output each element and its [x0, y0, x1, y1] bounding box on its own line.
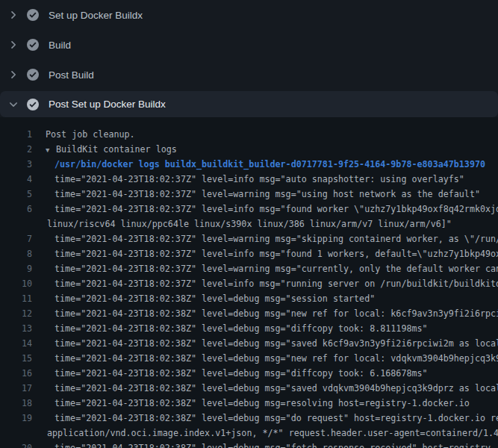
line-number[interactable]: 20 — [0, 441, 32, 448]
step-label: Post Build — [49, 69, 94, 81]
log-line: 1Post job cleanup. — [0, 127, 498, 142]
log-line: 13time="2021-04-23T18:02:38Z" level=debu… — [0, 321, 498, 336]
log-text-content: time="2021-04-23T18:02:38Z" level=debug … — [55, 443, 496, 448]
step-row-post-set-up-docker-buildx[interactable]: Post Set up Docker Buildx — [0, 91, 498, 117]
log-output[interactable]: 1Post job cleanup.2▼BuildKit container l… — [0, 117, 498, 448]
log-text: time="2021-04-23T18:02:38Z" level=debug … — [32, 366, 498, 381]
log-text: time="2021-04-23T18:02:38Z" level=debug … — [32, 291, 498, 306]
log-line: 16time="2021-04-23T18:02:38Z" level=debu… — [0, 366, 498, 381]
log-text-content: time="2021-04-23T18:02:38Z" level=debug … — [55, 338, 498, 349]
check-circle-icon — [27, 39, 39, 51]
actions-log-viewer: Set up Docker BuildxBuildPost BuildPost … — [0, 0, 498, 448]
log-text: time="2021-04-23T18:02:37Z" level=info m… — [32, 246, 498, 261]
log-text-content: time="2021-04-23T18:02:37Z" level=info m… — [55, 174, 464, 184]
log-line: linux/riscv64 linux/ppc64le linux/s390x … — [0, 217, 498, 231]
log-text-content: time="2021-04-23T18:02:38Z" level=debug … — [55, 398, 470, 408]
log-text-content: time="2021-04-23T18:02:38Z" level=debug … — [55, 383, 498, 393]
line-number[interactable]: 2 — [0, 142, 32, 157]
line-number[interactable]: 9 — [0, 261, 32, 276]
log-text: time="2021-04-23T18:02:38Z" level=debug … — [32, 321, 498, 336]
log-text: Post job cleanup. — [32, 127, 498, 142]
step-label: Build — [49, 40, 71, 51]
line-number[interactable]: 18 — [0, 396, 32, 411]
line-number[interactable]: 17 — [0, 381, 32, 396]
line-number[interactable]: 13 — [0, 321, 32, 336]
step-row-build[interactable]: Build — [0, 30, 498, 60]
log-line: 5time="2021-04-23T18:02:37Z" level=warni… — [0, 187, 498, 202]
log-text-content: time="2021-04-23T18:02:37Z" level=info m… — [55, 279, 498, 289]
log-line: 4time="2021-04-23T18:02:37Z" level=info … — [0, 172, 498, 187]
log-text: time="2021-04-23T18:02:38Z" level=debug … — [32, 306, 498, 321]
log-text: time="2021-04-23T18:02:38Z" level=debug … — [32, 396, 498, 411]
line-number[interactable]: 19 — [0, 411, 32, 426]
log-line: 20time="2021-04-23T18:02:38Z" level=debu… — [0, 441, 498, 448]
log-text-content: linux/riscv64 linux/ppc64le linux/s390x … — [47, 219, 452, 229]
log-text: time="2021-04-23T18:02:38Z" level=debug … — [32, 411, 498, 426]
group-collapse-toggle-icon[interactable]: ▼ — [46, 143, 56, 157]
log-text-content: /usr/bin/docker logs buildx_buildkit_bui… — [55, 159, 485, 169]
line-number[interactable]: 14 — [0, 336, 32, 351]
line-number — [0, 217, 32, 231]
log-line: 6time="2021-04-23T18:02:37Z" level=info … — [0, 202, 498, 217]
log-line: 9time="2021-04-23T18:02:37Z" level=warni… — [0, 261, 498, 276]
line-number[interactable]: 12 — [0, 306, 32, 321]
step-label: Set up Docker Buildx — [49, 10, 143, 21]
line-number[interactable]: 1 — [0, 127, 32, 142]
log-text-content: time="2021-04-23T18:02:37Z" level=warnin… — [55, 234, 498, 244]
step-label: Post Set up Docker Buildx — [49, 99, 166, 110]
check-circle-icon — [27, 99, 39, 111]
log-line: 8time="2021-04-23T18:02:37Z" level=info … — [0, 246, 498, 261]
line-number[interactable]: 3 — [0, 157, 32, 172]
line-number[interactable]: 8 — [0, 246, 32, 261]
log-text-content: Post job cleanup. — [46, 129, 135, 140]
line-number[interactable]: 4 — [0, 172, 32, 187]
log-text-content: time="2021-04-23T18:02:38Z" level=debug … — [55, 293, 375, 304]
log-text-content: time="2021-04-23T18:02:37Z" level=warnin… — [55, 189, 480, 199]
step-row-post-build[interactable]: Post Build — [0, 60, 498, 90]
log-line: application/vnd.oci.image.index.v1+json,… — [0, 426, 498, 441]
log-command-text: /usr/bin/docker logs buildx_buildkit_bui… — [32, 157, 498, 172]
log-text-content: time="2021-04-23T18:02:38Z" level=debug … — [55, 413, 498, 423]
log-line: 14time="2021-04-23T18:02:38Z" level=debu… — [0, 336, 498, 351]
line-number[interactable]: 6 — [0, 202, 32, 217]
log-text: time="2021-04-23T18:02:37Z" level=warnin… — [32, 231, 498, 246]
log-line: 3/usr/bin/docker logs buildx_buildkit_bu… — [0, 157, 498, 172]
line-number[interactable]: 7 — [0, 231, 32, 246]
log-text: time="2021-04-23T18:02:38Z" level=debug … — [32, 381, 498, 396]
log-line: 17time="2021-04-23T18:02:38Z" level=debu… — [0, 381, 498, 396]
log-line: 19time="2021-04-23T18:02:38Z" level=debu… — [0, 411, 498, 426]
log-line: 10time="2021-04-23T18:02:37Z" level=info… — [0, 276, 498, 291]
log-text-content: time="2021-04-23T18:02:38Z" level=debug … — [55, 368, 428, 379]
chevron-right-icon — [7, 39, 19, 51]
log-text-content: time="2021-04-23T18:02:37Z" level=warnin… — [55, 264, 498, 274]
log-text-content: time="2021-04-23T18:02:38Z" level=debug … — [55, 323, 428, 334]
steps-list: Set up Docker BuildxBuildPost BuildPost … — [0, 0, 498, 117]
line-number[interactable]: 15 — [0, 351, 32, 366]
line-number[interactable]: 5 — [0, 187, 32, 202]
log-text-content: time="2021-04-23T18:02:38Z" level=debug … — [55, 308, 498, 319]
log-text-content: time="2021-04-23T18:02:37Z" level=info m… — [55, 204, 498, 214]
log-line: 7time="2021-04-23T18:02:37Z" level=warni… — [0, 231, 498, 246]
line-number[interactable]: 10 — [0, 276, 32, 291]
log-text: ▼BuildKit container logs — [32, 142, 498, 157]
step-row-set-up-docker-buildx[interactable]: Set up Docker Buildx — [0, 0, 498, 30]
log-line: 15time="2021-04-23T18:02:38Z" level=debu… — [0, 351, 498, 366]
log-text-content: application/vnd.oci.image.index.v1+json,… — [47, 428, 498, 438]
log-line: 11time="2021-04-23T18:02:38Z" level=debu… — [0, 291, 498, 306]
log-text: application/vnd.oci.image.index.v1+json,… — [32, 426, 498, 441]
line-number[interactable]: 16 — [0, 366, 32, 381]
chevron-right-icon — [7, 69, 19, 81]
log-text-content: time="2021-04-23T18:02:38Z" level=debug … — [55, 353, 498, 364]
log-text: time="2021-04-23T18:02:37Z" level=info m… — [32, 172, 498, 187]
check-circle-icon — [27, 9, 39, 21]
log-line: 12time="2021-04-23T18:02:38Z" level=debu… — [0, 306, 498, 321]
line-number[interactable]: 11 — [0, 291, 32, 306]
line-number — [0, 426, 32, 441]
log-text: time="2021-04-23T18:02:37Z" level=warnin… — [32, 187, 498, 202]
log-text: time="2021-04-23T18:02:37Z" level=info m… — [32, 276, 498, 291]
log-text-content: time="2021-04-23T18:02:37Z" level=info m… — [55, 249, 498, 259]
log-text: time="2021-04-23T18:02:38Z" level=debug … — [32, 351, 498, 366]
log-text-content: BuildKit container logs — [56, 144, 177, 155]
log-line: 18time="2021-04-23T18:02:38Z" level=debu… — [0, 396, 498, 411]
log-text: linux/riscv64 linux/ppc64le linux/s390x … — [32, 217, 498, 231]
